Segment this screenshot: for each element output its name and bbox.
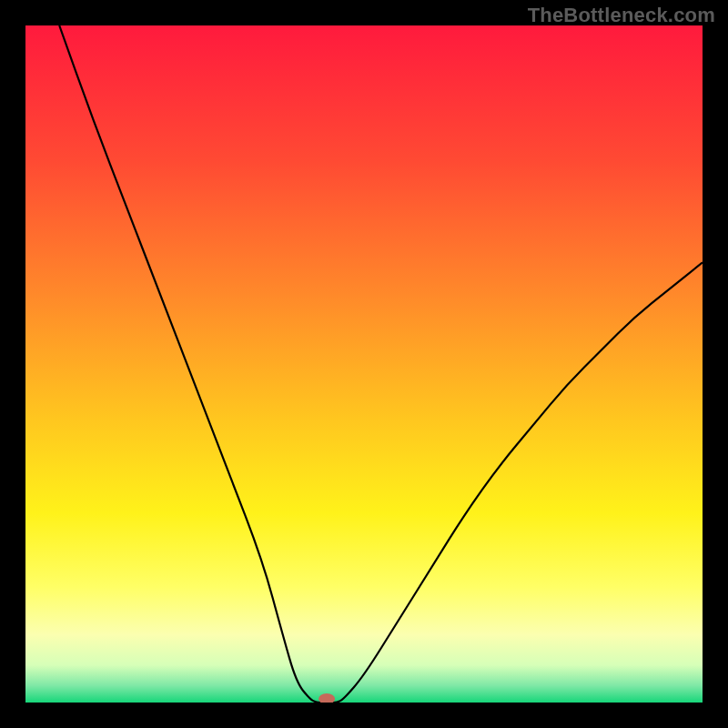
chart-svg <box>25 25 703 703</box>
plot-area <box>25 25 703 703</box>
watermark-text: TheBottleneck.com <box>528 4 715 27</box>
gradient-background <box>25 25 703 703</box>
chart-container: TheBottleneck.com <box>0 0 728 728</box>
